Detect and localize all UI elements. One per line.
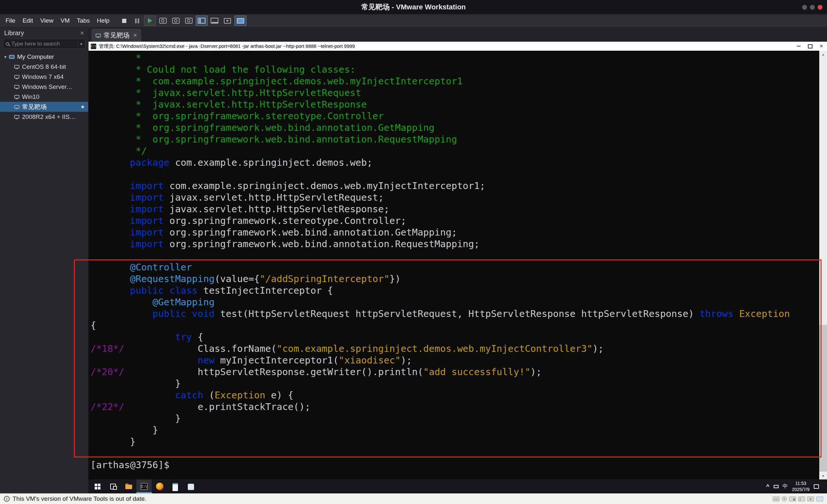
snapshot-button[interactable] [157, 15, 169, 26]
sidebar-item-vm[interactable]: CentOS 8 64-bit [0, 62, 88, 72]
terminal-line: } [91, 424, 819, 436]
power-on-button[interactable] [144, 15, 156, 26]
ime-indicator[interactable]: 中 [783, 483, 788, 490]
harddisk-status-icon[interactable] [773, 497, 780, 501]
taskbar-app-icon[interactable] [183, 480, 198, 493]
close-button[interactable] [818, 5, 823, 10]
cmd-window-title: 管理员: C:\Windows\System32\cmd.exe - java … [99, 43, 355, 49]
search-input[interactable] [11, 41, 75, 47]
vm-list: CentOS 8 64-bitWindows 7 x64Windows Serv… [0, 62, 88, 122]
menu-help[interactable]: Help [93, 14, 113, 27]
menu-view[interactable]: View [37, 14, 57, 27]
menu-vm[interactable]: VM [57, 14, 73, 27]
vm-icon [14, 85, 19, 89]
vm-name: CentOS 8 64-bit [22, 63, 66, 70]
vm-name: Windows 7 x64 [22, 73, 64, 81]
taskbar-file-explorer-icon[interactable] [121, 480, 136, 493]
taskbar-start-icon[interactable] [90, 480, 105, 493]
library-close-icon[interactable]: × [80, 30, 84, 37]
action-center-icon[interactable] [814, 484, 819, 489]
menu-file[interactable]: File [2, 14, 19, 27]
scroll-up-icon[interactable]: ▲ [819, 51, 827, 58]
menu-tabs[interactable]: Tabs [73, 14, 93, 27]
terminal-line: * org.springframework.web.bind.annotatio… [91, 122, 819, 134]
usb-status-icon[interactable] [798, 497, 805, 501]
terminal-scrollbar[interactable]: ▲ ▼ [819, 51, 827, 480]
sidebar-item-vm[interactable]: 2008R2 x64 + IIS… [0, 112, 88, 122]
search-dropdown-icon[interactable]: ▾ [77, 41, 82, 47]
terminal-line: * javax.servlet.http.HttpServletResponse [91, 99, 819, 110]
terminal-line [91, 168, 819, 180]
taskbar-cmd-icon[interactable] [136, 480, 152, 493]
scroll-down-icon[interactable]: ▼ [819, 472, 827, 480]
vm-name: 2008R2 x64 + IIS… [22, 113, 76, 120]
vm-icon [14, 105, 19, 109]
power-off-button[interactable] [118, 15, 130, 26]
computer-icon [9, 55, 14, 59]
cmd-close-button[interactable]: × [816, 42, 827, 51]
terminal-line: } [91, 436, 819, 448]
terminal-line: try { [91, 331, 819, 343]
terminal-line: * [91, 52, 819, 64]
terminal-output: * * Could not load the following classes… [89, 51, 819, 480]
console-view-button[interactable] [235, 15, 246, 26]
library-header: Library × [0, 28, 88, 39]
tray-chevron-up-icon[interactable]: ^ [766, 483, 770, 490]
window-titlebar: 常见靶场 - VMware Workstation [0, 0, 827, 14]
terminal-line: /*22*/ e.printStackTrace(); [91, 401, 819, 413]
tab-vm[interactable]: 常见靶场 × [91, 29, 141, 42]
show-thumbnail-bar-button[interactable] [209, 15, 221, 26]
terminal-line: import org.springframework.web.bind.anno… [91, 238, 819, 250]
cdrom-status-icon[interactable] [782, 496, 787, 501]
vm-icon [14, 65, 19, 68]
terminal-line: @RequestMapping(value={"/addSpringInterc… [91, 273, 819, 285]
fullscreen-button[interactable] [222, 15, 234, 26]
vm-name: Windows Server… [22, 83, 73, 91]
sidebar-item-my-computer[interactable]: ▾ My Computer [0, 52, 88, 62]
terminal-line: * com.example.springinject.demos.web.myI… [91, 75, 819, 87]
terminal-line: public void test(HttpServletRequest http… [91, 308, 819, 319]
revert-snapshot-button[interactable] [170, 15, 182, 26]
taskbar-notes-icon[interactable] [167, 480, 183, 493]
terminal-line: [arthas@3756]$ [91, 459, 819, 471]
sidebar-item-vm[interactable]: Win10 [0, 92, 88, 102]
terminal-line: @GetMapping [91, 296, 819, 308]
vm-icon [14, 75, 19, 79]
sidebar-item-vm[interactable]: 常见靶场★ [0, 102, 88, 112]
terminal[interactable]: * * Could not load the following classes… [89, 51, 827, 480]
sound-status-icon[interactable] [807, 497, 814, 501]
display-status-icon[interactable] [816, 497, 823, 501]
cmd-maximize-button[interactable] [805, 42, 816, 51]
manage-snapshots-button[interactable] [183, 15, 195, 26]
cmd-minimize-button[interactable] [793, 42, 805, 51]
tray-monitor-icon[interactable] [774, 485, 779, 488]
taskbar-firefox-icon[interactable] [152, 480, 167, 493]
show-library-button[interactable] [196, 15, 208, 26]
sidebar-item-vm[interactable]: Windows Server… [0, 82, 88, 92]
vm-console[interactable]: 管理员: C:\Windows\System32\cmd.exe - java … [89, 42, 827, 493]
vm-taskbar: ^ 中 11:53 2025/7/9 [89, 480, 827, 493]
maximize-button[interactable] [810, 5, 815, 10]
terminal-line [91, 250, 819, 261]
search-icon [6, 42, 9, 46]
terminal-line: new myInjectInterceptor1("xiaodisec"); [91, 354, 819, 366]
system-tray: ^ 中 11:53 2025/7/9 [766, 480, 827, 493]
terminal-line: package com.example.springinject.demos.w… [91, 157, 819, 168]
menu-edit[interactable]: Edit [19, 14, 37, 27]
collapse-caret-icon[interactable]: ▾ [4, 54, 6, 59]
info-icon: i [4, 496, 10, 502]
minimize-button[interactable] [802, 5, 807, 10]
sidebar-item-vm[interactable]: Windows 7 x64 [0, 72, 88, 82]
scrollbar-thumb[interactable] [819, 325, 827, 472]
suspend-button[interactable] [131, 15, 143, 26]
library-title: Library [4, 30, 24, 37]
terminal-line: */ [91, 145, 819, 157]
tab-close-icon[interactable]: × [134, 32, 137, 39]
taskbar-task-view-icon[interactable] [105, 480, 121, 493]
terminal-line: { [91, 319, 819, 331]
terminal-line [91, 448, 819, 459]
terminal-line: import javax.servlet.http.HttpServletRes… [91, 203, 819, 215]
network-status-icon[interactable] [789, 497, 796, 501]
vmware-window: 常见靶场 - VMware Workstation FileEditViewVM… [0, 0, 827, 504]
tray-clock[interactable]: 11:53 2025/7/9 [792, 481, 810, 492]
